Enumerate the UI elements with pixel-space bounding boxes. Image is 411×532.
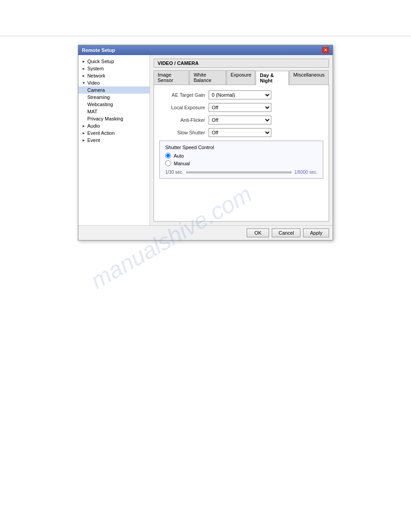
shutter-speed-control-box: Shutter Speed Control Auto Manual 1/30 s… xyxy=(159,141,323,179)
slider-track[interactable] xyxy=(186,172,292,173)
main-content: VIDEO / CAMERA Image SensorWhite Balance… xyxy=(150,55,333,225)
auto-radio[interactable] xyxy=(165,153,171,159)
tab-miscellaneous[interactable]: Miscellaneous xyxy=(289,70,329,85)
sidebar-arrow-icon: ► xyxy=(82,131,86,135)
sidebar: ►Quick Setup►System►Network▼VideoCameraS… xyxy=(78,55,150,225)
tab-content: AE Target Gain 0 (Normal) -1 +1 +2 Local… xyxy=(154,85,329,222)
ae-target-gain-select[interactable]: 0 (Normal) -1 +1 +2 xyxy=(209,90,271,99)
sidebar-arrow-icon: ► xyxy=(82,74,86,78)
dialog: Remote Setup ✕ ►Quick Setup►System►Netwo… xyxy=(78,45,333,240)
ae-target-gain-label: AE Target Gain xyxy=(159,92,209,98)
local-exposure-row: Local Exposure Off On xyxy=(159,103,323,112)
sidebar-item-quick-setup[interactable]: ►Quick Setup xyxy=(78,58,150,65)
manual-label: Manual xyxy=(174,161,190,166)
ae-target-gain-row: AE Target Gain 0 (Normal) -1 +1 +2 xyxy=(159,90,323,99)
local-exposure-label: Local Exposure xyxy=(159,105,209,110)
sidebar-item-audio[interactable]: ►Audio xyxy=(78,122,150,129)
sidebar-item-label: Video xyxy=(87,80,100,86)
slider-min-label: 1/30 sec. xyxy=(165,170,184,175)
sidebar-item-label: Quick Setup xyxy=(87,59,114,64)
tab-image-sensor[interactable]: Image Sensor xyxy=(154,70,189,85)
sidebar-item-label: Camera xyxy=(87,87,105,93)
local-exposure-select[interactable]: Off On xyxy=(209,103,271,112)
anti-flicker-row: Anti-Flicker Off 50Hz 60Hz xyxy=(159,116,323,124)
tab-exposure[interactable]: Exposure xyxy=(227,70,255,85)
sidebar-item-label: System xyxy=(87,66,104,71)
auto-radio-row: Auto xyxy=(165,153,317,159)
slow-shutter-select[interactable]: Off On xyxy=(209,128,271,137)
sidebar-item-label: Privacy Masking xyxy=(87,116,123,121)
dialog-titlebar: Remote Setup ✕ xyxy=(78,45,333,55)
sidebar-item-event-action[interactable]: ►Event Action xyxy=(78,129,150,137)
dialog-body: ►Quick Setup►System►Network▼VideoCameraS… xyxy=(78,55,333,225)
sidebar-item-network[interactable]: ►Network xyxy=(78,72,150,79)
sidebar-item-label: Event xyxy=(87,137,100,143)
sidebar-arrow-icon: ▼ xyxy=(82,81,86,85)
sidebar-arrow-icon: ► xyxy=(82,67,86,71)
sidebar-item-streaming[interactable]: Streaming xyxy=(78,94,150,101)
slider-max-label: 1/8000 sec. xyxy=(294,170,317,175)
slow-shutter-label: Slow Shutter xyxy=(159,130,209,135)
apply-button[interactable]: Apply xyxy=(303,228,329,237)
sidebar-item-label: Webcasting xyxy=(87,102,113,107)
sidebar-item-label: Streaming xyxy=(87,94,110,100)
slider-row: 1/30 sec. 1/8000 sec. xyxy=(165,170,317,175)
sidebar-arrow-icon: ► xyxy=(82,124,86,128)
sidebar-item-webcasting[interactable]: Webcasting xyxy=(78,101,150,108)
dialog-footer: OK Cancel Apply xyxy=(78,225,333,240)
ok-button[interactable]: OK xyxy=(247,228,269,237)
sidebar-arrow-icon: ► xyxy=(82,138,86,142)
sidebar-item-camera[interactable]: Camera xyxy=(78,86,150,94)
anti-flicker-label: Anti-Flicker xyxy=(159,117,209,123)
sidebar-item-event[interactable]: ►Event xyxy=(78,137,150,144)
section-title: VIDEO / CAMERA xyxy=(154,59,329,68)
cancel-button[interactable]: Cancel xyxy=(272,228,300,237)
close-button[interactable]: ✕ xyxy=(322,47,329,53)
shutter-box-title: Shutter Speed Control xyxy=(165,145,317,150)
sidebar-item-mat[interactable]: MAT xyxy=(78,108,150,115)
sidebar-item-label: Event Action xyxy=(87,130,115,136)
top-rule xyxy=(0,36,411,36)
manual-radio[interactable] xyxy=(165,160,171,166)
slow-shutter-row: Slow Shutter Off On xyxy=(159,128,323,137)
sidebar-item-privacy-masking[interactable]: Privacy Masking xyxy=(78,115,150,122)
tab-white-balance[interactable]: White Balance xyxy=(189,70,226,85)
anti-flicker-select[interactable]: Off 50Hz 60Hz xyxy=(209,116,271,124)
sidebar-item-label: MAT xyxy=(87,109,97,114)
auto-label: Auto xyxy=(174,153,184,159)
tabs: Image SensorWhite BalanceExposureDay & N… xyxy=(154,70,329,85)
tab-day-night[interactable]: Day & Night xyxy=(256,71,289,85)
manual-radio-row: Manual xyxy=(165,160,317,166)
sidebar-item-label: Network xyxy=(87,73,105,78)
dialog-title: Remote Setup xyxy=(82,47,115,53)
sidebar-arrow-icon: ► xyxy=(82,60,86,64)
sidebar-item-system[interactable]: ►System xyxy=(78,65,150,72)
sidebar-item-label: Audio xyxy=(87,123,100,129)
sidebar-item-video[interactable]: ▼Video xyxy=(78,79,150,86)
